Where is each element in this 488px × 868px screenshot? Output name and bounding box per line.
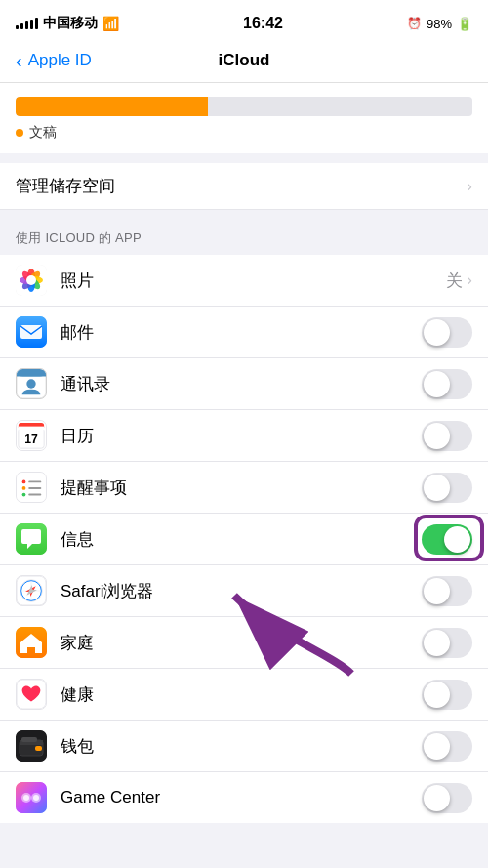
storage-legend: 文稿	[16, 124, 472, 142]
gamecenter-label: Game Center	[61, 788, 422, 807]
svg-point-47	[33, 795, 39, 801]
status-left: 中国移动 📶	[16, 15, 119, 32]
reminders-right	[422, 473, 472, 503]
manage-storage-row[interactable]: 管理储存空间 ›	[0, 163, 488, 210]
health-toggle[interactable]	[422, 680, 472, 710]
svg-point-9	[26, 275, 36, 285]
legend-dot	[16, 129, 23, 137]
mail-label: 邮件	[61, 321, 422, 344]
health-label: 健康	[61, 683, 422, 706]
svg-point-22	[22, 480, 26, 484]
battery-percent: 98%	[427, 17, 452, 31]
app-row-contacts[interactable]: 通讯录	[0, 358, 488, 410]
calendar-label: 日历	[61, 425, 422, 447]
navigation-bar: ‹ Apple ID iCloud	[0, 43, 488, 83]
wallet-toggle[interactable]	[422, 731, 472, 762]
svg-text:17: 17	[24, 433, 38, 446]
manage-storage-group: 管理储存空间 ›	[0, 163, 488, 210]
legend-label: 文稿	[29, 124, 57, 142]
chevron-left-icon: ‹	[16, 50, 22, 72]
photos-label: 照片	[61, 269, 446, 292]
home-right	[422, 628, 472, 658]
messages-right	[422, 524, 472, 555]
health-icon	[16, 679, 47, 710]
chevron-right-icon: ›	[467, 177, 472, 196]
photos-icon	[16, 265, 47, 296]
svg-rect-20	[19, 427, 44, 431]
storage-bar-fill	[16, 97, 208, 116]
svg-rect-27	[28, 494, 41, 496]
svg-point-23	[22, 486, 26, 490]
home-label: 家庭	[61, 632, 422, 654]
gamecenter-toggle[interactable]	[422, 783, 472, 813]
wifi-icon: 📶	[102, 16, 119, 31]
storage-section: 文稿	[0, 83, 488, 153]
alarm-icon: ⏰	[407, 17, 422, 30]
home-toggle[interactable]	[422, 628, 472, 658]
contacts-icon	[16, 368, 47, 399]
photos-off-label: 关	[446, 269, 463, 292]
health-right	[422, 680, 472, 710]
reminders-toggle[interactable]	[422, 473, 472, 503]
messages-label: 信息	[61, 528, 422, 551]
gamecenter-right	[422, 783, 472, 813]
manage-storage-right: ›	[467, 177, 472, 196]
svg-point-15	[26, 379, 35, 388]
app-row-reminders[interactable]: 提醒事项	[0, 462, 488, 514]
safari-label: Safari浏览器	[61, 580, 422, 602]
svg-point-46	[23, 795, 29, 801]
wallet-icon	[16, 730, 47, 762]
carrier-name: 中国移动	[43, 15, 98, 32]
page-title: iCloud	[219, 51, 270, 70]
app-row-photos[interactable]: 照片 关 ›	[0, 255, 488, 307]
reminders-label: 提醒事项	[61, 476, 422, 499]
svg-point-24	[22, 493, 26, 497]
status-right: ⏰ 98% 🔋	[407, 17, 472, 31]
battery-icon: 🔋	[457, 17, 472, 31]
status-bar: 中国移动 📶 16:42 ⏰ 98% 🔋	[0, 0, 488, 43]
app-row-home[interactable]: 家庭	[0, 617, 488, 669]
messages-icon	[16, 523, 47, 555]
calendar-right	[422, 421, 472, 451]
svg-rect-25	[28, 480, 41, 482]
calendar-icon: 17	[16, 420, 47, 451]
back-label: Apple ID	[28, 51, 92, 70]
contacts-label: 通讯录	[61, 373, 422, 395]
wallet-right	[422, 731, 472, 762]
app-row-health[interactable]: 健康	[0, 669, 488, 721]
home-icon	[16, 627, 47, 658]
contacts-right	[422, 369, 472, 399]
svg-rect-14	[17, 373, 46, 377]
app-row-safari[interactable]: Safari浏览器	[0, 565, 488, 617]
svg-rect-26	[28, 487, 41, 489]
app-row-gamecenter[interactable]: Game Center	[0, 772, 488, 823]
back-button[interactable]: ‹ Apple ID	[16, 50, 92, 72]
mail-right	[422, 317, 472, 348]
mail-toggle[interactable]	[422, 317, 472, 348]
mail-icon	[16, 316, 47, 348]
messages-toggle[interactable]	[422, 524, 472, 555]
contacts-toggle[interactable]	[422, 369, 472, 399]
photos-right: 关 ›	[446, 269, 472, 292]
calendar-toggle[interactable]	[422, 421, 472, 451]
clock: 16:42	[243, 15, 283, 32]
safari-icon	[16, 575, 47, 606]
signal-icon	[16, 18, 38, 29]
photos-chevron-icon: ›	[467, 270, 472, 290]
safari-toggle[interactable]	[422, 576, 472, 606]
wallet-label: 钱包	[61, 735, 422, 758]
app-list: 照片 关 › 邮件	[0, 255, 488, 823]
gamecenter-icon	[16, 782, 47, 813]
svg-rect-42	[21, 737, 37, 742]
svg-rect-11	[20, 325, 42, 339]
app-row-mail[interactable]: 邮件	[0, 307, 488, 358]
svg-rect-41	[35, 746, 42, 751]
app-row-messages[interactable]: 信息	[0, 514, 488, 565]
storage-bar-container	[16, 97, 472, 116]
manage-storage-label: 管理储存空间	[16, 175, 467, 197]
app-row-wallet[interactable]: 钱包	[0, 721, 488, 772]
apps-section-header: 使用 ICLOUD 的 APP	[0, 210, 488, 255]
reminders-icon	[16, 472, 47, 503]
safari-right	[422, 576, 472, 606]
app-row-calendar[interactable]: 17 日历	[0, 410, 488, 462]
